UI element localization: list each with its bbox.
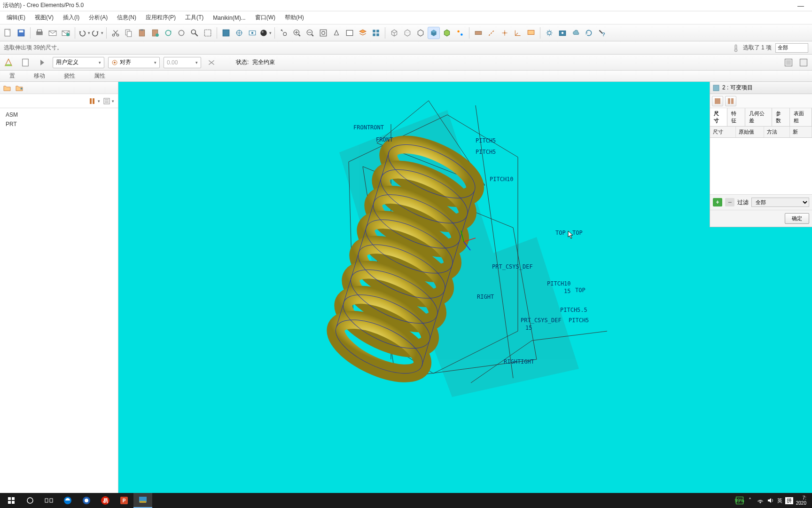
paste-special-icon[interactable]: [149, 27, 161, 39]
print-icon[interactable]: [33, 27, 46, 39]
enhance-icon[interactable]: [454, 27, 466, 39]
tree-show-icon[interactable]: ▾: [103, 96, 114, 106]
small-view2-icon[interactable]: [797, 56, 810, 69]
constraint-state-label: 状态:: [236, 58, 249, 66]
svg-point-47: [562, 32, 564, 34]
spin-icon[interactable]: [233, 27, 245, 39]
cut-icon[interactable]: [109, 27, 122, 39]
menu-help[interactable]: 帮助(H): [280, 12, 309, 24]
mode2-icon[interactable]: [725, 96, 736, 106]
redo-icon[interactable]: ▾: [91, 27, 103, 39]
label-pitch55: PITCH5.5: [560, 307, 587, 313]
tab-feature[interactable]: 特征: [727, 108, 745, 126]
menu-tools[interactable]: 工具(T): [180, 12, 208, 24]
mode1-icon[interactable]: [712, 96, 723, 106]
folder-icon[interactable]: [2, 83, 12, 93]
tab-placement[interactable]: 置: [4, 71, 21, 81]
regen2-icon[interactable]: [175, 27, 187, 39]
select-icon[interactable]: [202, 27, 214, 39]
menu-edit[interactable]: 编辑(E): [2, 12, 30, 24]
email-icon[interactable]: [47, 27, 59, 39]
undo-icon[interactable]: ▾: [78, 27, 90, 39]
zoom-area-icon[interactable]: [278, 27, 290, 39]
sketch-icon[interactable]: [2, 56, 15, 69]
menu-view[interactable]: 视图(V): [30, 12, 58, 24]
annot-toggle-icon[interactable]: [525, 27, 537, 39]
minimize-button[interactable]: —: [792, 0, 809, 11]
tab-param[interactable]: 参数: [772, 108, 789, 126]
orient-icon[interactable]: [330, 27, 343, 39]
wireframe-icon[interactable]: [388, 27, 400, 39]
flip-icon[interactable]: [205, 56, 218, 69]
hidden-line-icon[interactable]: [401, 27, 414, 39]
menu-insert[interactable]: 插入(I): [58, 12, 84, 24]
tab-properties[interactable]: 属性: [88, 71, 111, 81]
tab-move[interactable]: 移动: [28, 71, 51, 81]
model-tree[interactable]: ASM PRT: [0, 108, 118, 493]
constraint-type-select[interactable]: 用户定义▾: [53, 57, 104, 68]
datum-plane-toggle-icon[interactable]: [472, 27, 484, 39]
refresh-icon[interactable]: [583, 27, 595, 39]
capture-icon[interactable]: [556, 27, 569, 39]
tree-settings-icon[interactable]: ▾: [89, 96, 100, 106]
datum-axis-toggle-icon[interactable]: [485, 27, 498, 39]
datum-point-toggle-icon[interactable]: [499, 27, 511, 39]
save-icon[interactable]: [15, 27, 27, 39]
tree-node-prt[interactable]: PRT: [4, 119, 114, 129]
regen-icon[interactable]: [162, 27, 174, 39]
zoom-fit-icon[interactable]: [317, 27, 329, 39]
status-message: 选取伸出项 39的尺寸。: [4, 44, 62, 52]
svg-line-42: [489, 30, 494, 35]
3d-viewport[interactable]: FRONTRONT FRONT PITCH5 PITCH5 PITCH10 TO…: [118, 82, 812, 493]
tab-flexibility[interactable]: 挠性: [58, 71, 81, 81]
ok-button[interactable]: 确定: [785, 213, 809, 224]
panel-filter-select[interactable]: 全部: [751, 198, 809, 207]
no-hidden-icon[interactable]: [414, 27, 427, 39]
panel-table-body[interactable]: [710, 138, 812, 194]
zoom-out-icon[interactable]: [304, 27, 316, 39]
view-manager-icon[interactable]: [370, 27, 382, 39]
layers-icon[interactable]: [357, 27, 369, 39]
menu-info[interactable]: 信息(N): [112, 12, 141, 24]
folder-star-icon[interactable]: ★: [14, 83, 24, 93]
menu-app[interactable]: 应用程序(P): [141, 12, 180, 24]
email2-icon[interactable]: [60, 27, 72, 39]
tab-geotol[interactable]: 几何公差: [745, 108, 773, 126]
label-top-1: TOP: [555, 230, 566, 236]
new-icon[interactable]: [2, 27, 14, 39]
paste-icon[interactable]: [136, 27, 148, 39]
menu-manikin[interactable]: Manikin(M)...: [208, 13, 250, 23]
add-button[interactable]: +: [713, 198, 722, 206]
shade-edge-icon[interactable]: [441, 27, 453, 39]
tree-toolbar: ★: [0, 82, 118, 94]
status-filter-select[interactable]: [775, 43, 808, 53]
col-new: 新: [790, 127, 812, 137]
offset-value[interactable]: 0.00▾: [164, 57, 201, 68]
shaded-icon[interactable]: [428, 27, 440, 39]
svg-line-29: [298, 34, 300, 36]
zoom-in-icon[interactable]: [291, 27, 303, 39]
panel-table-header: 尺寸 原始值 方法 新: [710, 127, 812, 138]
menu-analyze[interactable]: 分析(A): [84, 12, 112, 24]
find-icon[interactable]: [188, 27, 201, 39]
copy-icon[interactable]: [123, 27, 135, 39]
placement-tabs: 置 移动 挠性 属性: [0, 71, 812, 82]
settings-icon[interactable]: [543, 27, 555, 39]
menu-window[interactable]: 窗口(W): [250, 12, 280, 24]
tree-node-asm[interactable]: ASM: [4, 110, 114, 119]
small-view1-icon[interactable]: [782, 56, 795, 69]
saved-views-icon[interactable]: [344, 27, 356, 39]
appearance-icon[interactable]: ▾: [259, 27, 272, 39]
viewmgr-icon[interactable]: [246, 27, 258, 39]
doc-icon[interactable]: [19, 56, 32, 69]
csys-toggle-icon[interactable]: [512, 27, 524, 39]
tab-dimension[interactable]: 尺寸: [710, 108, 727, 126]
remove-button[interactable]: −: [725, 198, 734, 206]
play-icon[interactable]: [36, 56, 49, 69]
align-select[interactable]: 对齐▾: [108, 57, 160, 68]
cloud-icon[interactable]: [570, 27, 582, 39]
label-csys: PRT_CSYS_DEF: [492, 263, 533, 270]
repaint-icon[interactable]: [220, 27, 232, 39]
help-icon[interactable]: ?: [596, 27, 608, 39]
tab-surface[interactable]: 表面粗: [790, 108, 812, 126]
